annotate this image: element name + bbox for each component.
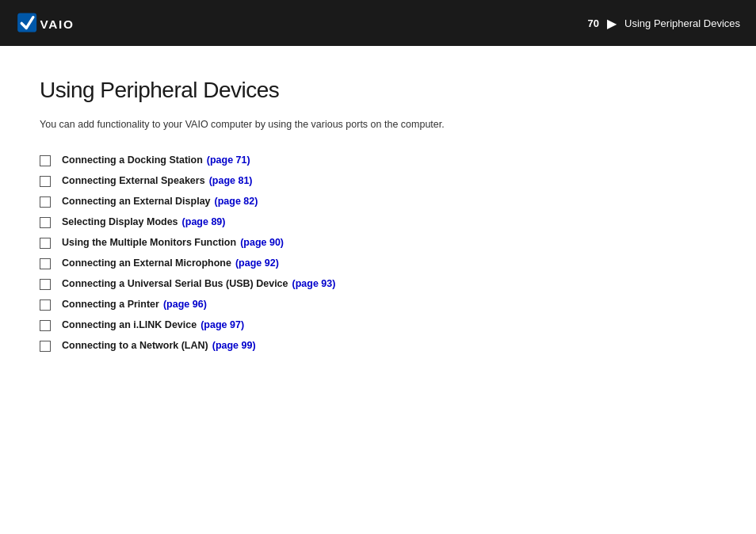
- item-page-link[interactable]: (page 93): [292, 278, 336, 289]
- list-item: Connecting an External Microphone(page 9…: [40, 257, 716, 269]
- list-item: Selecting Display Modes(page 89): [40, 216, 716, 228]
- vaio-logo: VAIO: [16, 11, 87, 35]
- item-page-link[interactable]: (page 92): [235, 257, 279, 269]
- item-text: Connecting External Speakers(page 81): [62, 175, 253, 186]
- list-item: Connecting External Speakers(page 81): [40, 175, 716, 187]
- item-text: Connecting a Printer(page 96): [62, 299, 207, 310]
- checkbox-icon: [40, 217, 51, 228]
- item-label: Connecting an i.LINK Device: [62, 319, 197, 330]
- item-text: Using the Multiple Monitors Function(pag…: [62, 237, 284, 248]
- item-label: Connecting an External Microphone: [62, 257, 231, 269]
- item-text: Connecting to a Network (LAN)(page 99): [62, 340, 256, 351]
- header-arrow: ▶: [607, 16, 617, 31]
- item-page-link[interactable]: (page 82): [215, 196, 258, 207]
- item-label: Connecting a Printer: [62, 299, 159, 310]
- item-label: Selecting Display Modes: [62, 216, 178, 227]
- item-text: Connecting a Docking Station(page 71): [62, 154, 250, 166]
- header-section-title: Using Peripheral Devices: [624, 17, 740, 29]
- header: VAIO 70 ▶ Using Peripheral Devices: [0, 0, 756, 46]
- item-label: Connecting to a Network (LAN): [62, 340, 208, 351]
- item-label: Connecting an External Display: [62, 196, 211, 207]
- item-page-link[interactable]: (page 97): [200, 319, 244, 330]
- item-page-link[interactable]: (page 90): [240, 237, 284, 248]
- list-item: Connecting an i.LINK Device(page 97): [40, 319, 716, 331]
- item-text: Connecting an i.LINK Device(page 97): [62, 319, 244, 330]
- list-item: Using the Multiple Monitors Function(pag…: [40, 237, 716, 249]
- checkbox-icon: [40, 176, 51, 187]
- main-content: Using Peripheral Devices You can add fun…: [0, 46, 756, 384]
- topics-list: Connecting a Docking Station(page 71)Con…: [40, 154, 716, 352]
- list-item: Connecting an External Display(page 82): [40, 196, 716, 208]
- item-text: Connecting an External Display(page 82): [62, 196, 258, 207]
- item-page-link[interactable]: (page 89): [182, 216, 226, 227]
- item-text: Selecting Display Modes(page 89): [62, 216, 225, 227]
- checkbox-icon: [40, 196, 51, 208]
- checkbox-icon: [40, 155, 51, 166]
- item-text: Connecting an External Microphone(page 9…: [62, 257, 279, 269]
- checkbox-icon: [40, 299, 51, 311]
- item-page-link[interactable]: (page 71): [207, 154, 250, 166]
- checkbox-icon: [40, 258, 51, 269]
- item-label: Using the Multiple Monitors Function: [62, 237, 236, 248]
- item-page-link[interactable]: (page 96): [163, 299, 207, 310]
- checkbox-icon: [40, 341, 51, 352]
- header-right: 70 ▶ Using Peripheral Devices: [588, 16, 740, 31]
- svg-text:VAIO: VAIO: [40, 17, 74, 31]
- list-item: Connecting a Printer(page 96): [40, 299, 716, 311]
- item-page-link[interactable]: (page 99): [212, 340, 256, 351]
- list-item: Connecting to a Network (LAN)(page 99): [40, 340, 716, 352]
- checkbox-icon: [40, 320, 51, 331]
- item-label: Connecting a Docking Station: [62, 154, 203, 166]
- list-item: Connecting a Docking Station(page 71): [40, 154, 716, 166]
- page-number: 70: [588, 17, 599, 29]
- checkbox-icon: [40, 238, 51, 249]
- page-title: Using Peripheral Devices: [40, 78, 716, 103]
- item-text: Connecting a Universal Serial Bus (USB) …: [62, 278, 335, 289]
- item-label: Connecting a Universal Serial Bus (USB) …: [62, 278, 288, 289]
- checkbox-icon: [40, 279, 51, 290]
- item-label: Connecting External Speakers: [62, 175, 205, 186]
- intro-paragraph: You can add functionality to your VAIO c…: [40, 117, 716, 132]
- item-page-link[interactable]: (page 81): [209, 175, 253, 186]
- list-item: Connecting a Universal Serial Bus (USB) …: [40, 278, 716, 290]
